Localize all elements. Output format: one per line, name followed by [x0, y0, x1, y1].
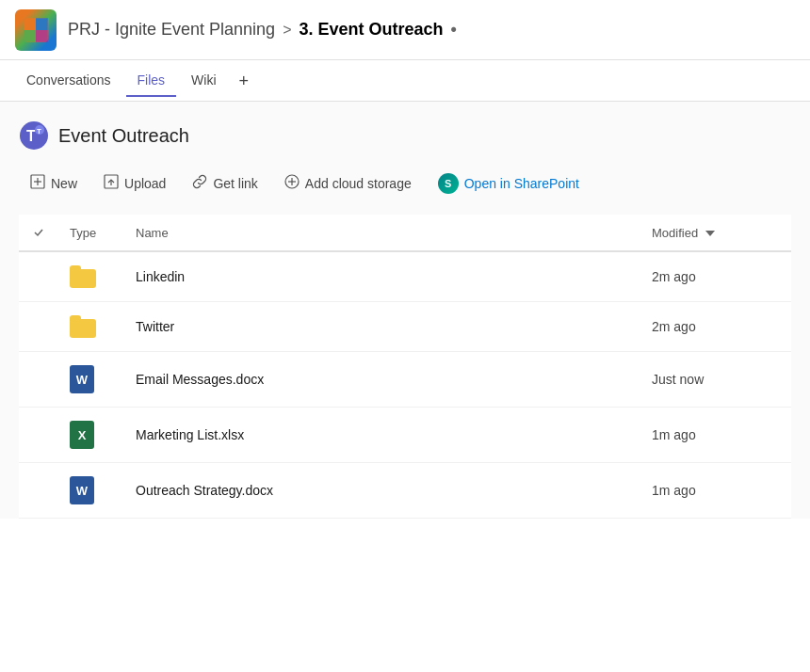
row-check-4[interactable]: [19, 408, 58, 463]
word-icon: W: [70, 476, 94, 504]
add-cloud-label: Add cloud storage: [305, 176, 412, 191]
row-check-5[interactable]: [19, 463, 58, 519]
project-name: PRJ - Ignite Event Planning: [68, 20, 275, 40]
upload-label: Upload: [124, 176, 166, 191]
row-modified-3: Just now: [640, 352, 791, 408]
row-name-3[interactable]: Email Messages.docx: [124, 352, 640, 408]
sharepoint-icon: S: [438, 173, 459, 194]
table-row: Linkedin 2m ago: [19, 251, 791, 302]
folder-icon: [70, 265, 96, 288]
tab-files[interactable]: Files: [126, 65, 177, 97]
row-modified-1: 2m ago: [640, 251, 791, 302]
type-column-header: Type: [58, 215, 124, 251]
row-check-3[interactable]: [19, 352, 58, 408]
plus-cloud-icon: [284, 174, 300, 193]
row-type-4: X: [58, 408, 124, 463]
breadcrumb-chevron: >: [283, 22, 291, 39]
tab-wiki[interactable]: Wiki: [180, 65, 227, 97]
table-row: X Marketing List.xlsx 1m ago: [19, 408, 791, 463]
link-icon: [192, 174, 207, 193]
new-icon: [30, 174, 45, 193]
svg-rect-2: [36, 18, 48, 30]
row-name-4[interactable]: Marketing List.xlsx: [124, 408, 640, 463]
team-logo: [15, 9, 57, 51]
table-row: W Outreach Strategy.docx 1m ago: [19, 463, 791, 519]
get-link-label: Get link: [213, 176, 257, 191]
sharepoint-label: Open in SharePoint: [464, 176, 579, 191]
add-cloud-button[interactable]: Add cloud storage: [273, 168, 423, 199]
svg-rect-1: [24, 30, 36, 42]
tab-conversations[interactable]: Conversations: [15, 65, 122, 97]
teams-icon: T T: [19, 120, 49, 151]
add-tab-button[interactable]: +: [232, 69, 257, 93]
upload-icon: [104, 174, 119, 193]
upload-button[interactable]: Upload: [92, 168, 177, 199]
sort-descending-icon: [705, 231, 715, 236]
open-sharepoint-button[interactable]: S Open in SharePoint: [427, 168, 591, 200]
row-type-1: [58, 251, 124, 302]
svg-text:T: T: [26, 128, 36, 144]
more-indicator: •: [451, 20, 457, 40]
row-modified-2: 2m ago: [640, 302, 791, 352]
row-name-5[interactable]: Outreach Strategy.docx: [124, 463, 640, 519]
row-type-2: [58, 302, 124, 352]
breadcrumb: PRJ - Ignite Event Planning > 3. Event O…: [68, 20, 457, 40]
table-row: Twitter 2m ago: [19, 302, 791, 352]
svg-text:T: T: [37, 127, 41, 136]
row-check-1[interactable]: [19, 251, 58, 302]
row-type-5: W: [58, 463, 124, 519]
app-header: PRJ - Ignite Event Planning > 3. Event O…: [0, 0, 810, 60]
section-header: T T Event Outreach: [19, 120, 791, 151]
svg-rect-3: [36, 30, 48, 42]
toolbar: New Upload Get link: [19, 168, 791, 200]
row-name-2[interactable]: Twitter: [124, 302, 640, 352]
name-column-header: Name: [124, 215, 640, 251]
row-check-2[interactable]: [19, 302, 58, 352]
row-modified-5: 1m ago: [640, 463, 791, 519]
word-icon: W: [70, 365, 94, 393]
row-modified-4: 1m ago: [640, 408, 791, 463]
folder-icon: [70, 315, 96, 338]
excel-icon: X: [70, 421, 94, 449]
content-area: T T Event Outreach New: [0, 102, 810, 519]
modified-column-header[interactable]: Modified: [640, 215, 791, 251]
section-title: Event Outreach: [58, 125, 189, 147]
file-table: Type Name Modified: [19, 215, 791, 519]
new-label: New: [51, 176, 77, 191]
row-type-3: W: [58, 352, 124, 408]
get-link-button[interactable]: Get link: [181, 168, 268, 199]
check-column-header[interactable]: [19, 215, 58, 251]
new-button[interactable]: New: [19, 168, 89, 199]
row-name-1[interactable]: Linkedin: [124, 251, 640, 302]
table-row: W Email Messages.docx Just now: [19, 352, 791, 408]
channel-name: 3. Event Outreach: [299, 20, 443, 40]
nav-tabs: Conversations Files Wiki +: [0, 60, 810, 102]
